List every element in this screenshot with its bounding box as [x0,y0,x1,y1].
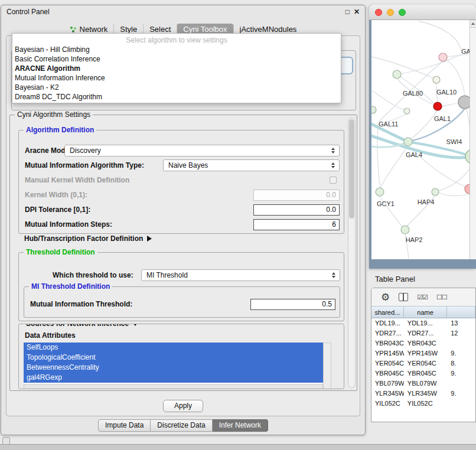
table-cell: 9. [447,348,475,358]
apply-button[interactable]: Apply [163,400,203,412]
close-window-button[interactable]: ✕ [354,8,360,16]
mi-steps-input[interactable]: 6 [253,219,340,230]
attribute-list[interactable]: SelfLoopsTopologicalCoefficientBetweenne… [24,343,323,389]
tab-label: Cyni Toolbox [183,25,227,34]
algorithm-option[interactable]: Basic Correlation Inference [12,54,341,64]
attribute-list-horizontal-scrollbar[interactable] [24,384,323,389]
hub-tf-definition-expander[interactable]: Hub/Transcription Factor Definition [24,234,152,243]
sources-title-text: Sources for Network Inference [26,324,129,328]
scroll-up-arrow[interactable] [470,20,476,28]
manual-kernel-width-checkbox[interactable] [330,177,337,184]
tab-label: Network [80,25,108,34]
table-panel-title: Table Panel [375,275,415,283]
hub-tf-definition-label: Hub/Transcription Factor Definition [24,234,143,243]
network-node[interactable] [393,70,401,79]
column-header[interactable]: name [404,306,448,318]
network-node[interactable] [432,188,439,195]
dpi-tolerance-input[interactable]: 0.0 [253,204,340,216]
network-node[interactable] [401,226,409,234]
combo-arrows-icon [330,162,337,168]
tab-label: jActiveMNodules [240,25,297,34]
scrollbar-thumb[interactable] [349,119,354,219]
network-canvas[interactable]: GAL8GAL80GAL10GAL11GAL1SWI4GAL4GCY1HAP4H… [371,20,476,259]
which-threshold-value: MI Threshold [146,271,330,279]
columns-icon[interactable] [399,293,408,301]
table-cell: YPR145W [371,348,404,358]
network-node[interactable] [433,102,442,110]
minimize-traffic-light[interactable] [387,9,394,16]
table-cell: YDR27... [371,328,404,338]
table-cell: YER054C [404,358,447,369]
network-view-window: GAL8GAL80GAL10GAL11GAL1SWI4GAL4GCY1HAP4H… [369,5,476,269]
tab-infer-network[interactable]: Infer Network [213,419,268,432]
table-row[interactable]: YBR043CYBR043C [371,338,475,348]
table-cell: YBR043C [404,338,447,348]
which-threshold-select[interactable]: MI Threshold [141,269,340,281]
column-header[interactable] [447,306,475,318]
table-row[interactable]: YLR345WYLR345W9. [371,389,475,399]
mi-threshold-definition-title: MI Threshold Definition [29,282,112,291]
kernel-width-input[interactable]: 0.0 [253,190,340,201]
table-cell: 9. [447,369,475,379]
table-row[interactable]: YDR27...YDR27...12 [371,328,475,338]
table-header: shared...name [371,306,475,318]
combo-arrows-icon [330,148,337,154]
network-node[interactable] [376,188,384,196]
algorithm-option[interactable]: Bayesian - Hill Climbing [12,45,341,54]
threshold-definition-title: Threshold Definition [24,248,97,256]
aracne-mode-select[interactable]: Discovery [64,145,340,156]
node-label: SWI4 [446,138,462,145]
attribute-item[interactable]: gal4RGexp [24,373,323,383]
tab-label: Select [149,25,171,34]
algorithm-option[interactable]: Bayesian - K2 [12,83,341,92]
table-cell: YDL19... [404,318,447,328]
algorithm-option[interactable]: Dream8 DC_TDC Algorithm [12,92,341,102]
float-window-button[interactable]: □ [345,8,350,16]
algorithm-popup-prompt: Select algorithm to view settings [12,35,341,45]
network-node[interactable] [439,53,447,61]
network-node[interactable] [371,106,376,113]
network-node[interactable] [404,138,412,146]
attribute-item[interactable]: TopologicalCoefficient [24,353,323,363]
mi-algorithm-type-select[interactable]: Naive Bayes [163,159,340,171]
table-row[interactable]: YIL052CYIL052C [371,399,475,409]
network-edge [442,103,458,106]
network-edge [380,146,408,188]
tab-impute-data[interactable]: Impute Data [98,419,151,432]
table-row[interactable]: YBR045CYBR045C9. [371,369,475,379]
table-row[interactable]: YER054CYER054C8. [371,358,475,369]
zoom-traffic-light[interactable] [399,9,406,16]
which-threshold-label: Which threshold to use: [53,269,133,281]
table-cell: 8. [447,358,475,369]
select-all-checks-icon[interactable]: ☑☑ [417,294,428,301]
column-header[interactable]: shared... [371,306,404,318]
attribute-item[interactable]: SelfLoops [24,343,323,353]
table-row[interactable]: YBL079WYBL079W [371,379,475,389]
network-node[interactable] [404,108,410,114]
algorithm-option[interactable]: Mutual Information Inference [12,73,341,83]
tab-discretize-data[interactable]: Discretize Data [151,419,212,432]
mi-threshold-input[interactable]: 0.5 [250,299,335,310]
control-panel-window: Control Panel □ ✕ NetworkStyleSelectCyni… [1,5,366,435]
bottom-strip [0,444,476,450]
table-row[interactable]: YPR145WYPR145W9. [371,348,475,358]
close-traffic-light[interactable] [375,9,382,16]
settings-scrollbar[interactable] [348,118,356,388]
table-row[interactable]: YDL19...YDL19...13 [371,318,475,328]
network-edge [439,193,470,196]
dpi-tolerance-label: DPI Tolerance [0,1]: [25,204,90,216]
table-cell: 9. [447,389,475,399]
attribute-list-vertical-scrollbar[interactable] [323,343,331,389]
network-vertical-scrollbar[interactable] [470,20,476,259]
algorithm-definition-title: Algorithm Definition [24,126,96,134]
sources-group-title[interactable]: Sources for Network Inference [24,324,141,328]
network-node[interactable] [433,76,440,83]
gear-icon[interactable]: ⚙ [381,292,390,302]
table-cell: YBL079W [404,379,447,389]
table-cell: 12 [447,328,475,338]
table-cell: YBL079W [371,379,404,389]
algorithm-option[interactable]: ARACNE Algorithm [12,64,341,73]
unselect-all-checks-icon[interactable]: ☐☐ [436,294,447,301]
table-cell [447,399,475,409]
attribute-item[interactable]: BetweennessCentrality [24,363,323,373]
